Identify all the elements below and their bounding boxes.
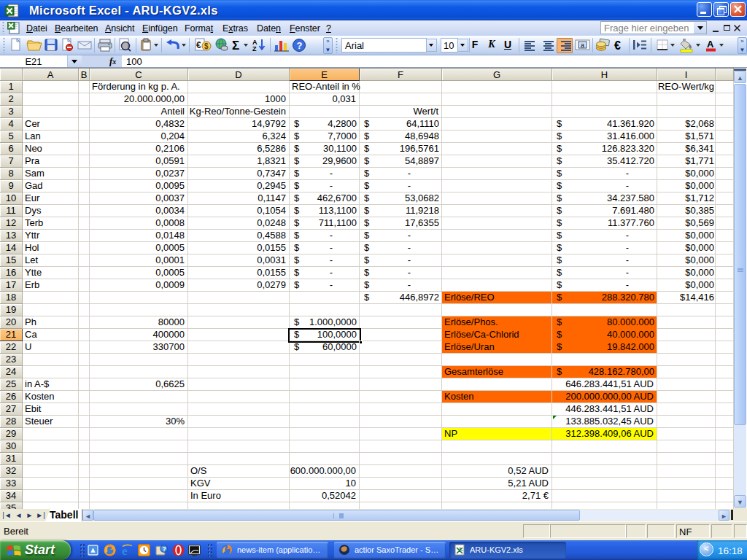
svg-text:€: € — [196, 40, 201, 50]
svg-text:Z: Z — [252, 45, 257, 52]
svg-text:?: ? — [297, 40, 303, 51]
svg-text:a: a — [581, 42, 584, 49]
svg-text:Σ: Σ — [232, 39, 239, 52]
svg-text:?: ? — [163, 545, 166, 553]
svg-text:€: € — [614, 39, 621, 52]
svg-text:$: $ — [204, 42, 209, 50]
svg-text:A: A — [707, 39, 714, 50]
